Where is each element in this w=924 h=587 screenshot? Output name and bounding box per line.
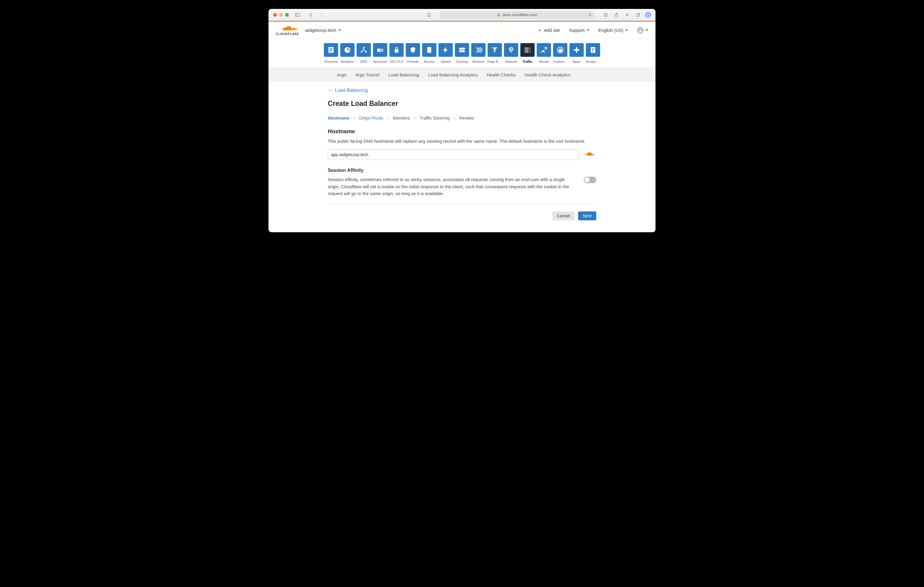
fullscreen-window-button[interactable]: [285, 13, 289, 16]
share-icon[interactable]: [613, 11, 620, 18]
url-text: dash.cloudflare.com: [503, 13, 537, 17]
zone-selector[interactable]: widgetcorp.tech: [305, 28, 341, 33]
reload-icon[interactable]: ↻: [589, 13, 592, 17]
divider: [328, 204, 596, 204]
support-menu[interactable]: Support: [569, 28, 589, 33]
nav-label: Page Rules: [487, 60, 502, 63]
page-title: Create Load Balancer: [328, 100, 596, 108]
session-affinity-toggle[interactable]: [584, 177, 596, 183]
user-avatar-icon: [637, 27, 644, 34]
privacy-shield-icon[interactable]: [426, 11, 432, 18]
nav-label: Speed: [441, 60, 450, 63]
forward-button[interactable]: [318, 11, 325, 18]
cancel-button[interactable]: Cancel: [552, 211, 575, 220]
spectrum-icon: [373, 43, 387, 57]
firewall-icon: [406, 43, 420, 57]
nav-dns[interactable]: DNS: [356, 43, 371, 63]
step-hostname[interactable]: Hostname: [328, 115, 350, 120]
nav-arrows: [308, 11, 325, 18]
chevron-right-icon: ›: [454, 116, 455, 120]
chevron-down-icon: [338, 30, 341, 31]
plus-icon: ＋: [537, 28, 542, 33]
subtab-health-check-analytics[interactable]: Health Check Analytics: [525, 72, 570, 77]
subtab-health-checks[interactable]: Health Checks: [487, 72, 516, 77]
svg-point-16: [378, 50, 379, 51]
pagerules-icon: [488, 43, 502, 57]
nav-caching[interactable]: Caching: [455, 43, 469, 63]
nav-scrape[interactable]: Scrape S…: [586, 43, 601, 63]
nav-label: Traffic: [522, 60, 532, 63]
proxy-status-icon[interactable]: [583, 152, 596, 158]
scrape-icon: [586, 43, 600, 57]
nav-label: Caching: [456, 60, 468, 63]
svg-point-29: [530, 49, 530, 50]
language-menu[interactable]: English (US): [598, 28, 628, 33]
subtab-load-balancing[interactable]: Load Balancing: [388, 72, 419, 77]
nav-stream[interactable]: Stream: [536, 43, 551, 63]
minimize-window-button[interactable]: [279, 13, 283, 16]
svg-rect-21: [459, 50, 465, 53]
nav-ssl[interactable]: SSL/TLS: [389, 43, 404, 63]
svg-rect-0: [295, 13, 299, 16]
onepassword-extension-icon[interactable]: ①: [645, 12, 651, 18]
wizard-footer: Cancel Next: [328, 211, 596, 220]
chevron-down-icon: [625, 30, 628, 31]
traffic-icon: [520, 43, 535, 57]
traffic-subtabs: ArgoArgo TunnelLoad BalancingLoad Balanc…: [269, 67, 655, 82]
step-traffic-steering[interactable]: Traffic Steering: [420, 115, 450, 120]
chevron-right-icon: ›: [354, 116, 355, 120]
subtab-load-balancing-analytics[interactable]: Load Balancing Analytics: [428, 72, 478, 77]
svg-point-12: [363, 47, 365, 48]
nav-traffic[interactable]: Traffic: [520, 43, 535, 63]
nav-workers[interactable]: Workers: [471, 43, 486, 63]
nav-customp[interactable]: Custom P…: [553, 43, 568, 63]
nav-speed[interactable]: Speed: [438, 43, 453, 63]
dns-icon: [356, 43, 371, 57]
hostname-input[interactable]: [328, 149, 579, 160]
back-link[interactable]: ← Load Balancing: [328, 88, 596, 93]
hostname-description: This public facing DNS hostname will rep…: [328, 138, 596, 145]
hostname-heading: Hostname: [328, 128, 596, 135]
nav-access[interactable]: Access: [422, 43, 437, 63]
next-button[interactable]: Next: [578, 211, 596, 220]
nav-apps[interactable]: Apps: [569, 43, 584, 63]
speed-icon: [439, 43, 453, 57]
nav-network[interactable]: Network: [504, 43, 518, 63]
analytics-icon: [340, 43, 355, 57]
overview-icon: [324, 43, 338, 57]
header-right: ＋Add site Support English (US): [537, 27, 648, 34]
add-site-button[interactable]: ＋Add site: [537, 28, 560, 33]
nav-overview[interactable]: Overview: [323, 43, 338, 63]
nav-label: Overview: [324, 60, 338, 63]
nav-label: Scrape S…: [586, 60, 601, 63]
svg-point-23: [460, 51, 461, 51]
subtab-argo-tunnel[interactable]: Argo Tunnel: [355, 72, 380, 77]
lock-icon: 🔒: [497, 13, 501, 16]
step-review[interactable]: Review: [459, 115, 474, 120]
chevron-down-icon: [586, 30, 589, 31]
nav-analytics[interactable]: Analytics: [340, 43, 355, 63]
close-window-button[interactable]: [273, 13, 277, 16]
nav-label: Stream: [538, 60, 549, 63]
tabs-icon[interactable]: [635, 11, 641, 18]
back-button[interactable]: [308, 11, 314, 18]
nav-label: Firewall: [407, 60, 419, 63]
chevron-down-icon: [645, 30, 648, 31]
svg-rect-27: [525, 51, 529, 53]
main-content: ← Load Balancing Create Load Balancer Ho…: [327, 88, 597, 220]
address-bar[interactable]: 🔒 dash.cloudflare.com ↻: [439, 11, 594, 19]
step-monitors[interactable]: Monitors: [393, 115, 410, 120]
new-tab-icon[interactable]: [624, 11, 630, 18]
downloads-icon[interactable]: [602, 11, 609, 18]
sidebar-toggle-icon[interactable]: [294, 11, 301, 18]
account-menu[interactable]: [637, 27, 648, 34]
nav-spectrum[interactable]: Spectrum: [373, 43, 388, 63]
svg-point-6: [640, 29, 641, 30]
nav-label: DNS: [360, 60, 367, 63]
nav-pagerules[interactable]: Page Rules: [487, 43, 502, 63]
cloudflare-logo[interactable]: CLOUDFLARE: [276, 25, 299, 36]
subtab-argo[interactable]: Argo: [337, 72, 346, 77]
nav-firewall[interactable]: Firewall: [406, 43, 420, 63]
svg-rect-5: [637, 14, 639, 16]
step-origin-pools[interactable]: Origin Pools: [359, 115, 383, 120]
